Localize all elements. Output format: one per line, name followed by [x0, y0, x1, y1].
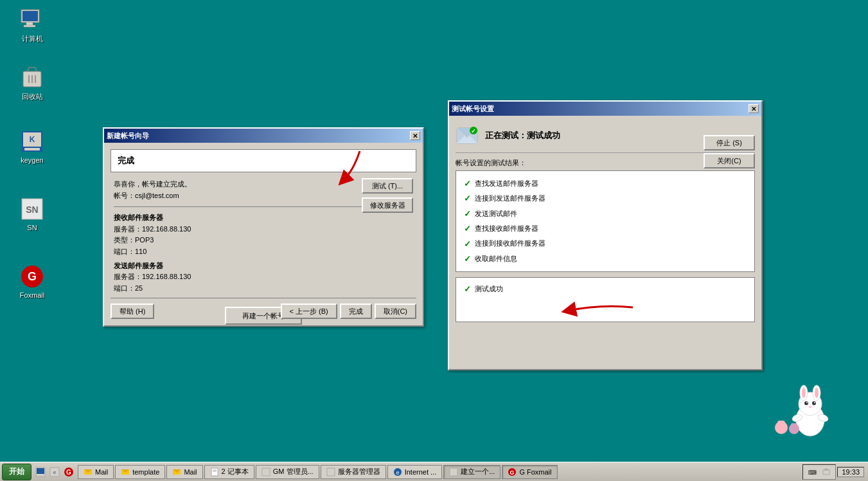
svg-text:⌨: ⌨ — [808, 469, 817, 476]
taskbar-item-foxmail[interactable]: G G Foxmail — [502, 465, 557, 479]
svg-marker-66 — [823, 468, 829, 470]
help-btn[interactable]: 帮助 (H) — [111, 304, 154, 319]
foxmail-icon: G — [19, 264, 45, 289]
mascot-image — [765, 375, 842, 439]
taskbar-item-mail2[interactable]: Mail — [166, 465, 202, 479]
wizard-titlebar: 新建帐号向导 ✕ — [104, 129, 423, 143]
systray-icon-1: ⌨ — [806, 466, 819, 478]
send-server: 服务器：192.168.88.130 — [114, 271, 413, 283]
systray: ⌨ — [802, 464, 836, 480]
desktop-icon-sn[interactable]: SN SN — [10, 196, 55, 231]
receive-port: 端口：110 — [114, 246, 413, 258]
test-close-btn[interactable]: ✕ — [748, 104, 759, 113]
desktop-icon-recycle[interactable]: 回收站 — [10, 64, 55, 102]
test-top-buttons: 停止 (S) 关闭(C) — [704, 135, 755, 168]
svg-text:e: e — [396, 469, 399, 476]
test-window: 测试帐号设置 ✕ ✓ 正在测试：测试成功 — [448, 100, 763, 370]
test-success-box: ✓ 测试成功 — [456, 277, 755, 322]
taskbar-item-server-manager[interactable]: 服务器管理器 — [321, 465, 386, 479]
send-port: 端口：25 — [114, 283, 413, 295]
svg-rect-1 — [22, 11, 38, 21]
desktop-icon-computer[interactable]: 计算机 — [10, 6, 55, 44]
svg-rect-53 — [211, 468, 218, 476]
start-button[interactable]: 开始 — [2, 464, 31, 480]
desktop-icon-keygen[interactable]: K keygen — [10, 129, 55, 164]
wizard-title: 新建帐号向导 — [107, 131, 410, 141]
computer-icon — [19, 6, 45, 32]
svg-point-19 — [804, 401, 808, 405]
svg-rect-65 — [823, 470, 829, 475]
svg-text:G: G — [66, 469, 71, 476]
test-title: 测试帐号设置 — [452, 104, 748, 114]
test-results-box: ✓ 查找发送邮件服务器 ✓ 连接到发送邮件服务器 ✓ 发送测试邮件 ✓ 查找接收… — [456, 170, 755, 272]
ql-icon-2[interactable]: e — [48, 466, 61, 478]
svg-point-22 — [814, 402, 815, 403]
taskbar-item-template[interactable]: template — [115, 465, 165, 479]
svg-point-28 — [780, 421, 785, 426]
test-mail-icon: ✓ — [456, 124, 479, 147]
result-item-6: ✓ 收取邮件信息 — [464, 251, 747, 266]
computer-icon-label: 计算机 — [22, 34, 43, 44]
ql-icon-1[interactable] — [34, 466, 47, 478]
recycle-icon-label: 回收站 — [22, 92, 43, 102]
svg-rect-60 — [450, 468, 457, 476]
svg-point-21 — [806, 402, 808, 403]
svg-text:SN: SN — [26, 204, 38, 215]
ql-icon-3[interactable]: G — [62, 466, 75, 478]
taskbar: 开始 e G Mail template Mail 2 记事本 — [0, 462, 868, 481]
svg-point-17 — [802, 388, 806, 398]
success-text: 测试成功 — [475, 284, 503, 294]
wizard-right-buttons: 测试 (T)... 修改服务器 — [362, 178, 413, 213]
modify-server-btn[interactable]: 修改服务器 — [362, 197, 413, 213]
result-item-4: ✓ 查找接收邮件服务器 — [464, 221, 747, 236]
svg-text:e: e — [53, 469, 57, 475]
finish-btn[interactable]: 完成 — [340, 304, 372, 319]
result-item-2: ✓ 连接到发送邮件服务器 — [464, 191, 747, 206]
svg-text:K: K — [30, 135, 35, 144]
svg-text:G: G — [510, 469, 515, 476]
success-item: ✓ 测试成功 — [464, 284, 747, 294]
svg-text:✓: ✓ — [471, 128, 476, 134]
wizard-header: 完成 — [111, 149, 416, 172]
keygen-icon-label: keygen — [21, 156, 43, 164]
taskbar-items: Mail template Mail 2 记事本 GM 管理员... 服务器管理… — [78, 465, 802, 479]
taskbar-item-mail1[interactable]: Mail — [78, 465, 114, 479]
desktop-icon-foxmail[interactable]: G Foxmail — [10, 264, 55, 299]
svg-point-20 — [812, 401, 816, 405]
taskbar-item-build[interactable]: 建立一个... — [443, 465, 500, 479]
taskbar-item-ie[interactable]: e Internet ... — [387, 465, 443, 479]
svg-point-18 — [815, 388, 819, 398]
send-server-title: 发送邮件服务器 — [114, 260, 413, 272]
receive-server: 服务器：192.168.88.130 — [114, 224, 413, 235]
receive-server-title: 接收邮件服务器 — [114, 212, 413, 224]
receive-type: 类型：POP3 — [114, 235, 413, 246]
foxmail-icon-label: Foxmail — [20, 291, 45, 299]
svg-rect-57 — [327, 468, 335, 476]
taskbar-item-admin[interactable]: GM 管理员... — [256, 465, 319, 479]
svg-rect-56 — [262, 468, 270, 476]
svg-rect-2 — [26, 23, 33, 25]
recycle-icon — [19, 64, 45, 90]
quick-launch-tray: e G — [34, 466, 75, 478]
taskbar-time: 19:33 — [837, 467, 864, 477]
wizard-footer: 帮助 (H) < 上一步 (B) 完成 取消(C) — [111, 298, 416, 319]
keygen-icon: K — [19, 129, 45, 154]
back-btn[interactable]: < 上一步 (B) — [281, 304, 337, 319]
test-btn[interactable]: 测试 (T)... — [362, 178, 413, 194]
result-item-3: ✓ 发送测试邮件 — [464, 206, 747, 221]
cancel-btn[interactable]: 取消(C) — [375, 304, 416, 319]
desktop: 计算机 回收站 K keygen SN — [0, 0, 868, 462]
sn-icon-label: SN — [27, 224, 37, 231]
wizard-window: 新建帐号向导 ✕ 完成 恭喜你，帐号建立完成。 帐号：csjl@test.com… — [103, 127, 424, 327]
taskbar-item-notepad[interactable]: 2 记事本 — [204, 465, 254, 479]
test-titlebar: 测试帐号设置 ✕ — [449, 102, 761, 116]
result-item-5: ✓ 连接到接收邮件服务器 — [464, 237, 747, 251]
svg-rect-7 — [24, 148, 40, 150]
result-item-1: ✓ 查找发送邮件服务器 — [464, 176, 747, 191]
close-btn[interactable]: 关闭(C) — [704, 153, 755, 168]
wizard-close-btn[interactable]: ✕ — [410, 131, 420, 140]
stop-btn[interactable]: 停止 (S) — [704, 135, 755, 150]
svg-point-23 — [809, 406, 811, 408]
svg-rect-42 — [37, 468, 44, 474]
svg-text:G: G — [28, 270, 37, 283]
